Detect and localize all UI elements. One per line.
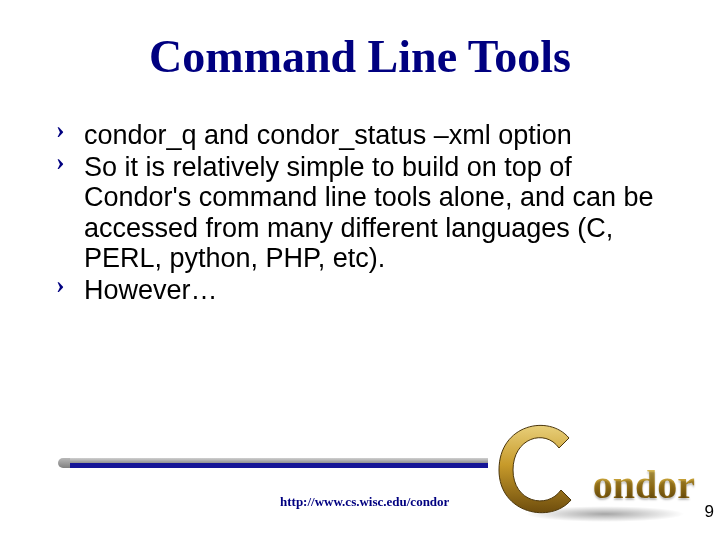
bullet-list: › condor_q and condor_status –xml option… — [56, 120, 656, 307]
bullet-text: condor_q and condor_status –xml option — [84, 120, 656, 150]
slide-title: Command Line Tools — [0, 30, 720, 83]
slide: Command Line Tools › condor_q and condor… — [0, 0, 720, 540]
logo-c-icon — [491, 418, 583, 518]
bullet-marker-icon: › — [56, 271, 84, 298]
condor-logo: ondor — [495, 422, 695, 522]
footer-url: http://www.cs.wisc.edu/condor — [280, 494, 449, 510]
page-number: 9 — [705, 502, 714, 522]
bullet-marker-icon: › — [56, 148, 84, 175]
list-item: › However… — [56, 275, 656, 305]
bullet-marker-icon: › — [56, 116, 84, 143]
list-item: › condor_q and condor_status –xml option — [56, 120, 656, 150]
list-item: › So it is relatively simple to build on… — [56, 152, 656, 273]
divider-bar — [58, 458, 488, 468]
bullet-text: So it is relatively simple to build on t… — [84, 152, 656, 273]
logo-text: ondor — [593, 461, 695, 508]
bullet-text: However… — [84, 275, 656, 305]
